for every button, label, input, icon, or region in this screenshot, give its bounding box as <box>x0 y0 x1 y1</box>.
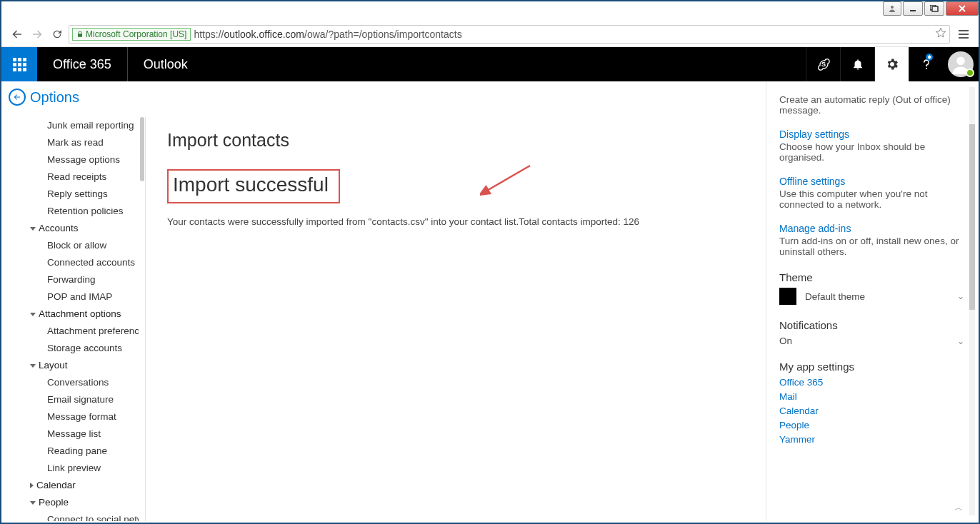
theme-selector[interactable]: Default theme ⌄ <box>779 288 964 305</box>
url-scheme: https:// <box>194 29 224 40</box>
window-maximize-button[interactable] <box>924 1 944 16</box>
app-header: Office 365 Outlook S <box>1 47 979 81</box>
window-user-button[interactable] <box>883 1 901 16</box>
manage-addins-link[interactable]: Manage add-ins <box>779 223 964 234</box>
waffle-icon <box>13 58 26 71</box>
ssl-cert-badge: Microsoft Corporation [US] <box>72 28 191 41</box>
notifications-value: On <box>779 336 792 346</box>
app-settings-link[interactable]: Mail <box>779 391 964 402</box>
user-avatar[interactable] <box>943 47 979 81</box>
theme-swatch <box>779 288 796 305</box>
nav-item[interactable]: Retention policies <box>1 203 139 220</box>
annotation-arrow <box>480 164 537 200</box>
notifications-selector[interactable]: On ⌄ <box>779 336 964 346</box>
nav-item[interactable]: Mark as read <box>1 134 139 151</box>
nav-group[interactable]: Accounts <box>1 220 139 237</box>
app-name-label[interactable]: Outlook <box>127 47 204 81</box>
browser-reload-button[interactable] <box>49 26 66 43</box>
browser-back-button[interactable] <box>9 26 26 43</box>
help-icon[interactable] <box>909 47 943 81</box>
bookmark-star-icon[interactable] <box>935 27 946 41</box>
auto-reply-desc: Create an automatic reply (Out of office… <box>779 94 964 116</box>
nav-item[interactable]: Forwarding <box>1 271 139 288</box>
nav-item[interactable]: Message options <box>1 151 139 168</box>
nav-item[interactable]: Email signature <box>1 391 139 408</box>
ssl-cert-label: Microsoft Corporation [US] <box>86 29 186 39</box>
nav-group[interactable]: People <box>1 494 139 511</box>
presence-indicator <box>966 69 974 77</box>
nav-scrollbar-thumb[interactable] <box>140 117 144 181</box>
nav-item[interactable]: Message format <box>1 408 139 425</box>
nav-item[interactable]: Reply settings <box>1 186 139 203</box>
nav-item[interactable]: Reading pane <box>1 443 139 460</box>
svg-text:S: S <box>821 61 825 68</box>
display-settings-desc: Choose how your Inbox should be organise… <box>779 141 964 163</box>
nav-group[interactable]: Calendar <box>1 477 139 494</box>
browser-address-bar[interactable]: Microsoft Corporation [US] https://outlo… <box>69 25 950 44</box>
nav-item[interactable]: Read receipts <box>1 168 139 186</box>
svg-rect-3 <box>932 6 938 11</box>
app-settings-link[interactable]: Yammer <box>779 434 964 445</box>
nav-item[interactable]: Attachment preference <box>1 323 139 340</box>
options-back-link[interactable]: Options <box>9 89 79 106</box>
nav-item[interactable]: Connected accounts <box>1 254 139 271</box>
notifications-icon[interactable] <box>840 47 874 81</box>
panel-scrollbar-thumb[interactable] <box>969 124 975 310</box>
window-controls <box>881 1 979 17</box>
nav-item[interactable]: Junk email reporting <box>1 117 139 134</box>
chevron-down-icon: ⌄ <box>957 291 964 301</box>
help-badge-icon <box>925 53 934 61</box>
window-minimize-button[interactable] <box>903 1 923 16</box>
notifications-heading: Notifications <box>779 319 964 331</box>
browser-menu-button[interactable] <box>956 30 971 39</box>
url-path: /owa/?path=/options/importcontacts <box>304 29 462 40</box>
nav-item[interactable]: Link preview <box>1 460 139 477</box>
nav-group[interactable]: Layout <box>1 357 139 374</box>
offline-settings-desc: Use this computer when you're not connec… <box>779 188 964 210</box>
theme-heading: Theme <box>779 271 964 283</box>
nav-item[interactable]: Conversations <box>1 374 139 391</box>
options-title: Options <box>30 89 79 106</box>
window-close-button[interactable] <box>946 1 979 16</box>
panel-scroll-up-icon[interactable]: ︿ <box>954 502 963 514</box>
svg-rect-1 <box>910 10 916 11</box>
import-result-heading: Import successful <box>173 173 329 196</box>
app-settings-link[interactable]: Office 365 <box>779 377 964 388</box>
svg-point-8 <box>956 57 965 66</box>
app-settings-link[interactable]: People <box>779 420 964 430</box>
app-launcher-button[interactable] <box>1 47 37 81</box>
offline-settings-link[interactable]: Offline settings <box>779 176 964 187</box>
url-host: outlook.office.com <box>224 29 304 40</box>
brand-label[interactable]: Office 365 <box>37 47 127 81</box>
import-result-text: Your contacts were successfully imported… <box>167 216 749 227</box>
manage-addins-desc: Turn add-ins on or off, install new ones… <box>779 236 964 257</box>
main-content: Import contacts Import successful Your c… <box>159 117 757 521</box>
app-settings-heading: My app settings <box>779 361 964 373</box>
app-settings-link[interactable]: Calendar <box>779 405 964 416</box>
nav-item[interactable]: Connect to social networks <box>1 511 139 521</box>
back-arrow-icon <box>9 89 26 106</box>
settings-panel: Create an automatic reply (Out of office… <box>766 81 977 521</box>
import-result-highlight: Import successful <box>167 169 340 203</box>
nav-group[interactable]: Attachment options <box>1 306 139 323</box>
nav-item[interactable]: Storage accounts <box>1 340 139 357</box>
browser-forward-button[interactable] <box>29 26 46 43</box>
browser-toolbar: Microsoft Corporation [US] https://outlo… <box>1 21 979 47</box>
settings-gear-icon[interactable] <box>874 47 909 81</box>
theme-value: Default theme <box>805 291 865 302</box>
options-nav: ▴ Junk email reportingMark as readMessag… <box>1 117 146 521</box>
skype-icon[interactable]: S <box>806 47 840 81</box>
nav-item[interactable]: POP and IMAP <box>1 288 139 306</box>
svg-point-0 <box>891 6 894 9</box>
svg-line-9 <box>486 166 530 191</box>
nav-divider <box>145 117 146 521</box>
nav-item[interactable]: Message list <box>1 425 139 443</box>
nav-item[interactable]: Block or allow <box>1 237 139 254</box>
display-settings-link[interactable]: Display settings <box>779 129 964 140</box>
page-title: Import contacts <box>167 130 749 151</box>
chevron-down-icon: ⌄ <box>957 336 964 346</box>
